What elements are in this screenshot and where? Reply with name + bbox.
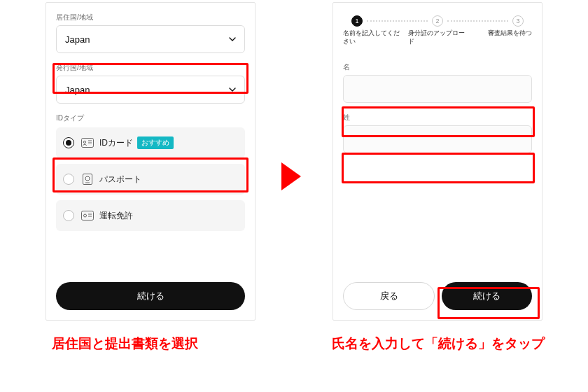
last-name-label: 姓 (343, 113, 532, 122)
residence-country-label: 居住国/地域 (56, 13, 245, 22)
first-name-input[interactable] (343, 75, 532, 103)
id-type-options: IDカード おすすめ パスポート 運転免許 (56, 127, 245, 231)
continue-button[interactable]: 続ける (442, 282, 532, 310)
progress-stepper: 1 2 3 (343, 15, 532, 27)
issuing-country-select[interactable]: Japan (56, 76, 245, 104)
step-3-circle: 3 (512, 15, 524, 27)
step-2-label: 身分証のアップロード (405, 29, 470, 46)
back-button-label: 戻る (380, 290, 398, 302)
id-option-idcard-label: IDカード (99, 137, 133, 149)
radio-unselected-icon (63, 174, 74, 185)
id-option-passport-label: パスポート (99, 174, 141, 186)
left-phone-frame: 居住国/地域 Japan 発行国/地域 Japan IDタイプ IDカード おす… (46, 2, 255, 321)
chevron-down-icon (229, 86, 236, 93)
step-1-circle: 1 (351, 15, 363, 27)
svg-point-8 (84, 214, 87, 217)
caption-left: 居住国と提出書類を選択 (52, 335, 198, 354)
svg-point-1 (83, 141, 85, 143)
recommended-badge: おすすめ (137, 136, 174, 149)
issuing-country-value: Japan (65, 85, 90, 95)
passport-icon (81, 174, 94, 184)
residence-country-select[interactable]: Japan (56, 25, 245, 53)
continue-button[interactable]: 続ける (56, 282, 245, 310)
id-option-license-label: 運転免許 (99, 210, 133, 222)
continue-button-label: 続ける (473, 290, 500, 302)
id-card-icon (81, 138, 94, 148)
step-1-label: 名前を記入してください (343, 29, 405, 46)
back-button[interactable]: 戻る (343, 282, 435, 310)
id-option-passport[interactable]: パスポート (56, 164, 245, 195)
radio-unselected-icon (63, 210, 74, 221)
svg-point-5 (85, 176, 90, 181)
chevron-down-icon (229, 36, 236, 43)
issuing-country-label: 発行国/地域 (56, 63, 245, 73)
id-option-license[interactable]: 運転免許 (56, 200, 245, 231)
step-2-circle: 2 (432, 15, 443, 27)
drivers-license-icon (81, 211, 94, 220)
id-option-idcard[interactable]: IDカード おすすめ (56, 127, 245, 158)
continue-button-label: 続ける (137, 290, 164, 302)
first-name-label: 名 (343, 62, 532, 72)
step-connector (367, 20, 428, 22)
arrow-right-icon (280, 161, 304, 195)
id-type-label: IDタイプ (56, 113, 245, 123)
step-3-label: 審査結果を待つ (470, 29, 532, 46)
right-phone-frame: 1 2 3 名前を記入してください 身分証のアップロード 審査結果を待つ 名 姓… (332, 2, 542, 321)
last-name-input[interactable] (343, 125, 532, 153)
step-labels-row: 名前を記入してください 身分証のアップロード 審査結果を待つ (343, 29, 532, 46)
radio-selected-icon (63, 137, 74, 148)
caption-right: 氏名を入力して「続ける」をタップ (332, 335, 556, 354)
step-connector (447, 20, 508, 22)
residence-country-value: Japan (65, 34, 90, 45)
